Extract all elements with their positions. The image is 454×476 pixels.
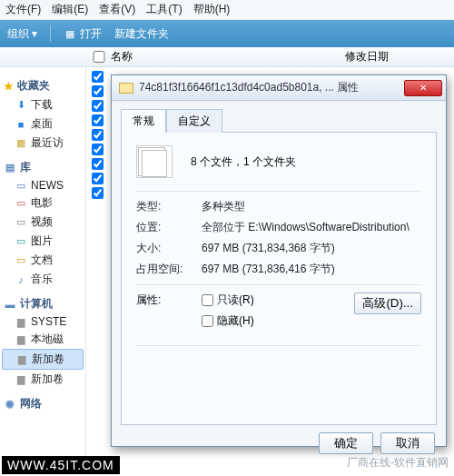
type-value: 多种类型 — [202, 199, 421, 214]
menu-edit[interactable]: 编辑(E) — [52, 2, 88, 17]
tab-general[interactable]: 常规 — [121, 109, 166, 133]
select-all-checkbox[interactable] — [91, 51, 107, 63]
picture-icon: ▭ — [15, 235, 27, 248]
network-icon: ◉ — [4, 398, 16, 411]
sidebar-item-movies[interactable]: ▭电影 — [2, 193, 84, 213]
libraries-header[interactable]: ▤库 — [2, 158, 84, 177]
file-checkbox[interactable] — [92, 144, 104, 155]
film-icon: ▭ — [15, 197, 27, 210]
navigation-pane: ★收藏夹 ⬇下载 ■桌面 ▩最近访 ▤库 ▭NEWS ▭电影 ▭视频 ▭图片 ▭… — [0, 67, 86, 458]
sidebar-item-desktop[interactable]: ■桌面 — [2, 114, 84, 134]
dialog-title: 74c81f3f16646f1c13dfd4c0ad5b801a, ... 属性 — [139, 80, 404, 95]
summary-text: 8 个文件，1 个文件夹 — [191, 154, 296, 170]
file-checkbox[interactable] — [92, 187, 104, 199]
docs-icon: ▭ — [15, 254, 27, 267]
sidebar-item-drive-new2[interactable]: ▆新加卷 — [2, 370, 84, 389]
cancel-button[interactable]: 取消 — [380, 432, 435, 454]
menu-file[interactable]: 文件(F) — [5, 2, 41, 17]
file-checkbox[interactable] — [92, 173, 104, 184]
attributes-label: 属性: — [136, 293, 202, 308]
dialog-body: 8 个文件，1 个文件夹 类型:多种类型 位置:全部位于 E:\Windows\… — [121, 133, 437, 425]
file-checkbox[interactable] — [92, 85, 104, 97]
sidebar-item-videos[interactable]: ▭视频 — [2, 213, 84, 232]
menu-tools[interactable]: 工具(T) — [146, 2, 182, 17]
drive-icon: ▆ — [15, 315, 27, 328]
music-icon: ♪ — [15, 273, 27, 286]
sidebar-item-pictures[interactable]: ▭图片 — [2, 232, 84, 251]
desktop-icon: ■ — [15, 118, 27, 131]
advanced-button[interactable]: 高级(D)... — [354, 293, 421, 314]
libraries-label: 库 — [20, 160, 31, 175]
divider — [136, 345, 421, 346]
column-date[interactable]: 修改日期 — [345, 49, 454, 64]
file-checkbox[interactable] — [92, 100, 104, 112]
document-icon: ▭ — [15, 179, 27, 192]
sidebar-item-downloads[interactable]: ⬇下载 — [2, 95, 84, 114]
folder-icon — [119, 83, 133, 94]
hidden-checkbox-row[interactable]: 隐藏(H) — [202, 313, 254, 329]
menu-help[interactable]: 帮助(H) — [193, 2, 231, 17]
readonly-label: 只读(R) — [217, 293, 254, 308]
column-headers: 名称 修改日期 — [0, 47, 454, 67]
sidebar-item-recent[interactable]: ▩最近访 — [2, 134, 84, 153]
network-label: 网络 — [20, 396, 42, 412]
type-label: 类型: — [136, 199, 202, 214]
open-label: 打开 — [80, 26, 102, 42]
new-folder-button[interactable]: 新建文件夹 — [114, 26, 169, 42]
multi-files-icon — [136, 145, 173, 178]
toolbar-separator — [50, 25, 51, 42]
readonly-checkbox[interactable] — [202, 294, 213, 306]
download-icon: ⬇ — [15, 99, 27, 112]
close-button[interactable]: ✕ — [404, 80, 442, 96]
library-icon: ▤ — [4, 162, 16, 174]
size-on-disk-value: 697 MB (731,836,416 字节) — [202, 262, 421, 277]
location-value: 全部位于 E:\Windows\SoftwareDistribution\ — [202, 220, 421, 235]
file-checkbox[interactable] — [92, 129, 104, 141]
readonly-checkbox-row[interactable]: 只读(R) — [202, 293, 254, 308]
open-button[interactable]: ▦ 打开 — [64, 26, 102, 42]
drive-icon: ▆ — [15, 353, 28, 366]
open-icon: ▦ — [64, 27, 76, 40]
file-checkbox[interactable] — [92, 158, 104, 170]
ok-button[interactable]: 确定 — [319, 432, 373, 454]
watermark: WWW.45IT.COM — [2, 456, 120, 474]
divider — [136, 191, 421, 192]
organize-button[interactable]: 组织 ▾ — [7, 26, 37, 42]
file-checkbox[interactable] — [92, 71, 104, 83]
explorer-toolbar: 组织 ▾ ▦ 打开 新建文件夹 — [0, 20, 454, 47]
divider — [136, 284, 421, 285]
hidden-label: 隐藏(H) — [217, 313, 254, 329]
sidebar-item-news[interactable]: ▭NEWS — [2, 177, 84, 193]
star-icon: ★ — [4, 80, 14, 93]
recent-icon: ▩ — [15, 137, 27, 150]
hidden-checkbox[interactable] — [202, 315, 213, 327]
column-name[interactable]: 名称 — [107, 49, 345, 64]
dialog-tabs: 常规 自定义 — [121, 108, 437, 133]
sidebar-item-drive-system[interactable]: ▆SYSTE — [2, 313, 84, 330]
sidebar-item-drive-local[interactable]: ▆本地磁 — [2, 330, 84, 349]
size-value: 697 MB (731,834,368 字节) — [202, 241, 421, 256]
menu-bar: 文件(F) 编辑(E) 查看(V) 工具(T) 帮助(H) — [0, 0, 454, 20]
drive-icon: ▆ — [15, 333, 27, 346]
tab-custom[interactable]: 自定义 — [166, 109, 222, 133]
dialog-titlebar[interactable]: 74c81f3f16646f1c13dfd4c0ad5b801a, ... 属性… — [112, 75, 446, 101]
size-on-disk-label: 占用空间: — [136, 262, 202, 277]
video-icon: ▭ — [15, 216, 27, 229]
favorites-label: 收藏夹 — [17, 78, 50, 94]
computer-icon: ▬ — [4, 298, 16, 311]
drive-icon: ▆ — [15, 373, 27, 386]
sidebar-item-drive-new1[interactable]: ▆新加卷 — [2, 349, 84, 370]
close-icon: ✕ — [419, 83, 427, 93]
computer-label: 计算机 — [20, 296, 53, 312]
menu-view[interactable]: 查看(V) — [99, 2, 135, 17]
sidebar-item-documents[interactable]: ▭文档 — [2, 251, 84, 270]
favorites-header[interactable]: ★收藏夹 — [2, 76, 84, 95]
sidebar-item-music[interactable]: ♪音乐 — [2, 270, 84, 289]
properties-dialog: 74c81f3f16646f1c13dfd4c0ad5b801a, ... 属性… — [111, 74, 447, 447]
location-label: 位置: — [136, 220, 202, 235]
computer-header[interactable]: ▬计算机 — [2, 294, 84, 313]
footer-text: 厂商在线-软件直销网 — [347, 455, 449, 471]
file-checkbox[interactable] — [92, 114, 104, 126]
network-header[interactable]: ◉网络 — [2, 394, 84, 413]
size-label: 大小: — [136, 241, 202, 256]
